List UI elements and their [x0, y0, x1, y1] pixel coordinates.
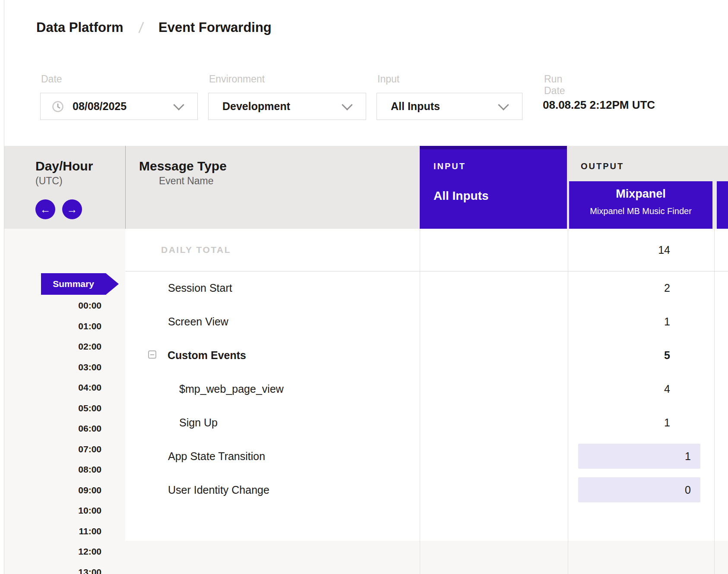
row-input-value: 2	[557, 282, 670, 294]
table-footer-background	[125, 541, 728, 574]
date-value: 08/08/2025	[73, 100, 127, 113]
breadcrumb-separator-icon: /	[138, 19, 144, 36]
next-output-column-partial	[717, 181, 728, 229]
hour-item[interactable]: 06:00	[26, 418, 101, 439]
row-output-value: 0	[685, 484, 691, 496]
table-row: Screen View 1 1	[125, 305, 728, 338]
table-row-custom-events: Custom Events 5 5	[125, 338, 728, 372]
message-type-header: Message Type	[139, 159, 227, 173]
table-row: Sign Up 1 1	[125, 406, 728, 439]
row-label: Session Start	[168, 282, 232, 294]
row-output-value: 2	[704, 282, 728, 294]
hour-item[interactable]: 08:00	[26, 459, 101, 480]
daily-total-row: DAILY TOTAL 14 9	[125, 229, 728, 271]
hour-item[interactable]: 02:00	[26, 336, 101, 357]
input-filter-label: Input	[377, 73, 399, 85]
input-group-label: INPUT	[434, 161, 466, 171]
highlighted-output-cell: 1	[578, 444, 700, 469]
chevron-down-icon	[498, 99, 509, 110]
input-column-name: All Inputs	[434, 189, 489, 203]
summary-flag-label: Summary	[41, 273, 106, 295]
page-title: Event Forwarding	[158, 20, 272, 35]
hour-item[interactable]: 09:00	[26, 480, 101, 501]
hour-list: 00:00 01:00 02:00 03:00 04:00 05:00 06:0…	[26, 295, 101, 574]
table-row: User Identity Change 2 0	[125, 473, 728, 507]
next-day-button[interactable]: →	[62, 199, 82, 219]
row-label: User Identity Change	[168, 484, 269, 496]
run-date-value: 08.08.25 2:12PM UTC	[543, 98, 655, 112]
hour-item[interactable]: 10:00	[26, 500, 101, 521]
row-label: Custom Events	[168, 349, 246, 362]
input-dropdown[interactable]: All Inputs	[377, 93, 522, 120]
breadcrumb: Data Platform / Event Forwarding	[4, 0, 728, 56]
row-input-value: 1	[557, 416, 670, 429]
daily-total-label: DAILY TOTAL	[161, 245, 231, 255]
collapse-minus-icon[interactable]	[148, 350, 156, 359]
daily-total-output-value: 9	[704, 244, 728, 256]
output-column-name: Mixpanel	[569, 187, 712, 201]
row-output-value: 1	[685, 450, 691, 463]
hour-item[interactable]: 07:00	[26, 439, 101, 460]
row-output-value: 5	[704, 349, 728, 362]
hour-item[interactable]: 03:00	[26, 357, 101, 378]
day-hour-header: Day/Hour	[35, 159, 93, 173]
event-forwarding-page: Data Platform / Event Forwarding Date 08…	[0, 0, 728, 574]
environment-dropdown[interactable]: Development	[208, 93, 366, 120]
row-input-value: 5	[557, 349, 670, 362]
daily-total-input-value: 14	[557, 244, 670, 256]
day-hour-subtitle: (UTC)	[35, 175, 63, 187]
filter-bar: Date 08/08/2025 Environment Development …	[4, 55, 728, 146]
row-label: App State Transition	[168, 450, 265, 463]
event-name-subtitle: Event Name	[159, 175, 214, 187]
row-input-value: 1	[557, 315, 670, 328]
row-input-value: 4	[557, 383, 670, 395]
hour-item[interactable]: 05:00	[26, 398, 101, 419]
input-value: All Inputs	[391, 100, 440, 113]
hour-item[interactable]: 00:00	[26, 295, 101, 316]
row-output-value: 4	[704, 383, 728, 395]
chevron-down-icon	[342, 99, 352, 110]
date-filter-label: Date	[41, 73, 62, 85]
input-column-header[interactable]: INPUT All Inputs	[420, 146, 567, 229]
hour-item[interactable]: 12:00	[26, 541, 101, 562]
hour-item[interactable]: 13:00	[26, 562, 101, 574]
hour-item[interactable]: 11:00	[26, 521, 101, 542]
environment-value: Development	[222, 100, 290, 113]
row-output-value: 1	[704, 416, 728, 429]
input-column-accent-strip	[420, 146, 567, 149]
prev-day-button[interactable]: ←	[35, 199, 55, 219]
row-label: Sign Up	[179, 416, 218, 429]
row-output-value: 1	[704, 315, 728, 328]
run-date-label: Run Date	[544, 73, 565, 97]
chevron-down-icon	[173, 99, 184, 110]
date-dropdown[interactable]: 08/08/2025	[40, 93, 198, 120]
clock-icon	[52, 101, 64, 113]
breadcrumb-section[interactable]: Data Platform	[36, 20, 123, 35]
hour-item[interactable]: 01:00	[26, 316, 101, 337]
row-label: $mp_web_page_view	[179, 383, 284, 395]
output-column-subtitle: Mixpanel MB Music Finder	[569, 206, 712, 216]
table-row: $mp_web_page_view 4 4	[125, 372, 728, 406]
highlighted-output-cell: 0	[578, 477, 700, 502]
table-row: Session Start 2 2	[125, 271, 728, 305]
hour-item[interactable]: 04:00	[26, 377, 101, 398]
environment-filter-label: Environment	[209, 73, 265, 85]
column-divider	[125, 146, 126, 229]
summary-flag[interactable]: Summary	[41, 273, 119, 295]
output-group-label: OUTPUT	[581, 161, 624, 171]
table-row: App State Transition 4 1	[125, 439, 728, 473]
output-column-header-mixpanel[interactable]: Mixpanel Mixpanel MB Music Finder	[569, 181, 712, 229]
row-label: Screen View	[168, 315, 228, 328]
